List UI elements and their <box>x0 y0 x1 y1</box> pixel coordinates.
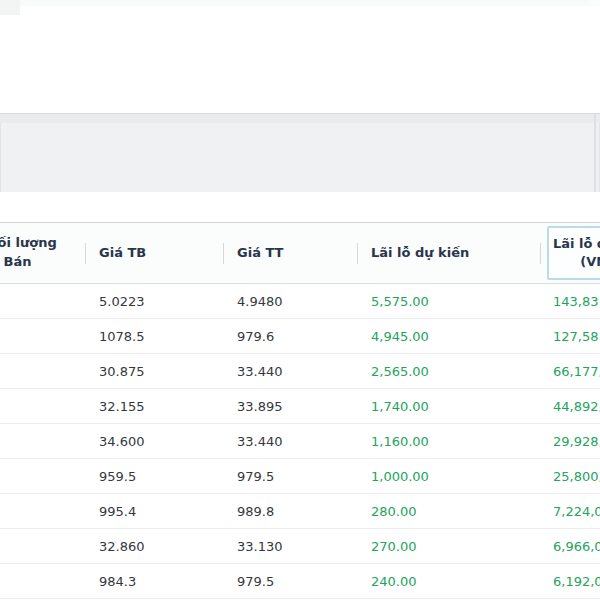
cell-gia-tb: 30.875 <box>85 364 223 379</box>
cell-gia-tt: 33.440 <box>223 434 357 449</box>
header-lai-lo-vnd[interactable]: Lãi lỗ dự kiến (VND) <box>540 223 600 283</box>
table-row[interactable]: 32.860 33.130 270.00 6,966,0 <box>0 529 600 564</box>
cell-gia-tb: 995.4 <box>85 504 223 519</box>
cell-gia-tt: 33.440 <box>223 364 357 379</box>
cell-lai-lo: 2,565.00 <box>357 364 540 379</box>
cell-lai-lo-vnd: 29,928, <box>540 434 600 449</box>
header-lai-lo-label: Lãi lỗ dự kiến <box>371 244 540 263</box>
top-right-corner-patch <box>588 0 600 6</box>
selected-column-highlight[interactable]: Lãi lỗ dự kiến (VND) <box>547 226 600 280</box>
cell-lai-lo-vnd: 143,83 <box>540 294 600 309</box>
header-gia-tb[interactable]: Giá TB <box>85 223 223 283</box>
header-gia-tt-label: Giá TT <box>237 244 357 263</box>
cell-gia-tb: 34.600 <box>85 434 223 449</box>
cell-lai-lo: 1,740.00 <box>357 399 540 414</box>
cell-gia-tb: 959.5 <box>85 469 223 484</box>
cell-gia-tt: 989.8 <box>223 504 357 519</box>
header-lai-lo-vnd-line1: Lãi lỗ dự kiến <box>553 235 600 253</box>
portfolio-table-viewport: Khối lượng Bán Giá TB Giá TT Lãi lỗ dự k… <box>0 222 600 600</box>
cell-lai-lo-vnd: 6,966,0 <box>540 539 600 554</box>
cell-gia-tt: 33.895 <box>223 399 357 414</box>
cell-lai-lo: 1,160.00 <box>357 434 540 449</box>
table-row[interactable]: 30.875 33.440 2,565.00 66,177, <box>0 354 600 389</box>
toolbar-panel <box>0 123 600 192</box>
cell-gia-tb: 32.155 <box>85 399 223 414</box>
header-gia-tt[interactable]: Giá TT <box>223 223 357 283</box>
portfolio-table: Khối lượng Bán Giá TB Giá TT Lãi lỗ dự k… <box>0 222 600 599</box>
cell-gia-tb: 984.3 <box>85 574 223 589</box>
cell-gia-tb: 1078.5 <box>85 329 223 344</box>
cell-lai-lo: 4,945.00 <box>357 329 540 344</box>
cell-gia-tb: 32.860 <box>85 539 223 554</box>
header-volume-line1: Khối lượng <box>0 234 57 253</box>
header-lai-lo[interactable]: Lãi lỗ dự kiến <box>357 223 540 283</box>
cell-lai-lo: 280.00 <box>357 504 540 519</box>
cell-gia-tt: 979.6 <box>223 329 357 344</box>
header-gia-tb-label: Giá TB <box>99 244 223 263</box>
table-row[interactable]: 34.600 33.440 1,160.00 29,928, <box>0 424 600 459</box>
table-row[interactable]: 5.0223 4.9480 5,575.00 143,83 <box>0 284 600 319</box>
table-row[interactable]: 1078.5 979.6 4,945.00 127,58 <box>0 319 600 354</box>
panel-right-edge <box>594 114 596 192</box>
cell-lai-lo-vnd: 127,58 <box>540 329 600 344</box>
top-left-corner-patch <box>0 0 20 15</box>
cell-lai-lo-vnd: 66,177, <box>540 364 600 379</box>
cell-gia-tt: 4.9480 <box>223 294 357 309</box>
cell-lai-lo: 1,000.00 <box>357 469 540 484</box>
section-divider-band <box>0 114 600 123</box>
cell-gia-tb: 5.0223 <box>85 294 223 309</box>
table-row[interactable]: 32.155 33.895 1,740.00 44,892, <box>0 389 600 424</box>
cell-lai-lo: 5,575.00 <box>357 294 540 309</box>
cell-gia-tt: 33.130 <box>223 539 357 554</box>
table-row[interactable]: 959.5 979.5 1,000.00 25,800, <box>0 459 600 494</box>
trading-app-window: Khối lượng Bán Giá TB Giá TT Lãi lỗ dự k… <box>0 0 600 600</box>
cell-lai-lo: 270.00 <box>357 539 540 554</box>
cell-gia-tt: 979.5 <box>223 574 357 589</box>
header-volume-sell[interactable]: Khối lượng Bán <box>0 223 85 283</box>
header-volume-line2: Bán <box>4 253 32 272</box>
table-row[interactable]: 984.3 979.5 240.00 6,192,0 <box>0 564 600 599</box>
top-strip <box>0 0 600 6</box>
cell-lai-lo-vnd: 25,800, <box>540 469 600 484</box>
cell-gia-tt: 979.5 <box>223 469 357 484</box>
cell-lai-lo-vnd: 7,224,0 <box>540 504 600 519</box>
cell-lai-lo-vnd: 6,192,0 <box>540 574 600 589</box>
table-row[interactable]: 995.4 989.8 280.00 7,224,0 <box>0 494 600 529</box>
cell-lai-lo: 240.00 <box>357 574 540 589</box>
header-lai-lo-vnd-line2: (VND) <box>580 253 600 271</box>
table-header-row: Khối lượng Bán Giá TB Giá TT Lãi lỗ dự k… <box>0 222 600 284</box>
cell-lai-lo-vnd: 44,892, <box>540 399 600 414</box>
